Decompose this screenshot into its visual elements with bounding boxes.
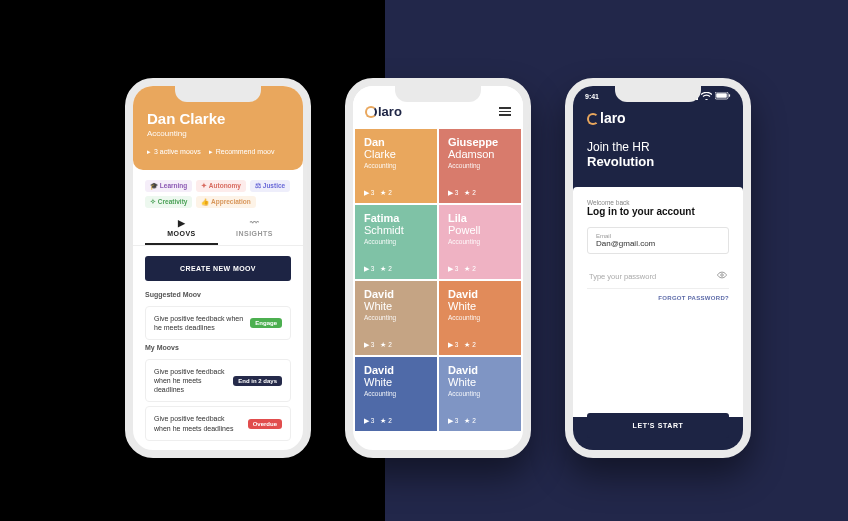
person-card[interactable]: DanClarkeAccounting▶ 3★ 2	[355, 129, 437, 203]
battery-icon	[715, 92, 731, 100]
trait-chip[interactable]: ✧ Creativity	[145, 196, 192, 208]
moov-card[interactable]: Give positive feedback when he meets dea…	[145, 359, 291, 402]
password-field[interactable]: Type your password	[587, 264, 729, 289]
moov-card-text: Give positive feedback when he meets dea…	[154, 414, 242, 432]
person-first: Fatima	[364, 213, 428, 224]
person-card[interactable]: LilaPowellAccounting▶ 3★ 2	[439, 205, 521, 279]
person-first: Lila	[448, 213, 512, 224]
notch	[395, 86, 481, 102]
trait-chip[interactable]: ✦ Autonomy	[196, 180, 246, 192]
person-role: Accounting	[448, 390, 512, 397]
person-first: Dan	[364, 137, 428, 148]
person-last: Schmidt	[364, 224, 428, 236]
person-card[interactable]: DavidWhiteAccounting▶ 3★ 2	[355, 357, 437, 431]
moov-card-text: Give positive feedback when he meets dea…	[154, 314, 244, 332]
svg-rect-6	[729, 94, 730, 97]
hero: Join the HR Revolution	[573, 126, 743, 187]
eye-icon[interactable]	[717, 270, 727, 282]
lets-start-button[interactable]: LET'S START	[587, 413, 729, 438]
welcome-label: Welcome back	[587, 199, 729, 206]
trait-chip[interactable]: ⚖ Justice	[250, 180, 290, 192]
person-stats: ▶ 3★ 2	[364, 265, 392, 273]
person-stats: ▶ 3★ 2	[448, 417, 476, 425]
section-suggested-label: Suggested Moov	[133, 291, 303, 302]
person-first: David	[364, 365, 428, 376]
person-stats: ▶ 3★ 2	[364, 417, 392, 425]
person-card[interactable]: DavidWhiteAccounting▶ 3★ 2	[439, 357, 521, 431]
person-last: Clarke	[364, 148, 428, 160]
person-card[interactable]: DavidWhiteAccounting▶ 3★ 2	[439, 281, 521, 355]
panel-title: Log in to your account	[587, 206, 729, 217]
wifi-icon	[701, 92, 712, 100]
phone-people-grid: laro DanClarkeAccounting▶ 3★ 2GiuseppeAd…	[345, 78, 531, 458]
logo: laro	[573, 100, 743, 126]
tabs: ▶MOOVS 〰INSIGHTS	[133, 214, 303, 246]
person-first: David	[448, 365, 512, 376]
person-first: Giuseppe	[448, 137, 512, 148]
menu-icon[interactable]	[499, 105, 511, 118]
profile-department: Accounting	[147, 129, 289, 138]
person-last: White	[448, 300, 512, 312]
person-card[interactable]: DavidWhiteAccounting▶ 3★ 2	[355, 281, 437, 355]
person-card[interactable]: FatimaSchmidtAccounting▶ 3★ 2	[355, 205, 437, 279]
svg-rect-5	[716, 93, 727, 98]
person-first: David	[364, 289, 428, 300]
trait-chips: 🎓 Learning✦ Autonomy⚖ Justice✧ Creativit…	[133, 170, 303, 214]
person-stats: ▶ 3★ 2	[364, 189, 392, 197]
notch	[175, 86, 261, 102]
section-my-label: My Moovs	[133, 344, 303, 355]
trait-chip[interactable]: 👍 Appreciation	[196, 196, 255, 208]
email-field[interactable]: Email Dan@gmail.com	[587, 227, 729, 254]
person-last: Adamson	[448, 148, 512, 160]
recommend-moov-link[interactable]: Recommend moov	[209, 148, 275, 156]
person-role: Accounting	[364, 162, 428, 169]
person-role: Accounting	[364, 238, 428, 245]
person-last: White	[448, 376, 512, 388]
moov-card[interactable]: Give positive feedback when he meets dea…	[145, 406, 291, 440]
person-first: David	[448, 289, 512, 300]
trait-chip[interactable]: 🎓 Learning	[145, 180, 192, 192]
active-moovs-metric[interactable]: 3 active moovs	[147, 148, 201, 156]
logo: laro	[365, 104, 402, 119]
forgot-password-link[interactable]: FORGOT PASSWORD?	[587, 295, 729, 301]
person-stats: ▶ 3★ 2	[448, 265, 476, 273]
person-stats: ▶ 3★ 2	[448, 341, 476, 349]
person-role: Accounting	[448, 238, 512, 245]
person-last: Powell	[448, 224, 512, 236]
tab-insights[interactable]: 〰INSIGHTS	[218, 218, 291, 245]
person-stats: ▶ 3★ 2	[364, 341, 392, 349]
moov-card-badge: Engage	[250, 318, 282, 328]
tab-moovs[interactable]: ▶MOOVS	[145, 218, 218, 245]
phone-login: 9:41 laro Join the HR Revolution Welcome…	[565, 78, 751, 458]
moov-card-badge: Overdue	[248, 419, 282, 429]
create-new-moov-button[interactable]: CREATE NEW MOOV	[145, 256, 291, 281]
moov-card-badge: End in 2 days	[233, 376, 282, 386]
person-role: Accounting	[448, 162, 512, 169]
profile-name: Dan Clarke	[147, 110, 289, 127]
person-stats: ▶ 3★ 2	[448, 189, 476, 197]
person-role: Accounting	[364, 314, 428, 321]
moov-card-text: Give positive feedback when he meets dea…	[154, 367, 227, 394]
moov-card[interactable]: Give positive feedback when he meets dea…	[145, 306, 291, 340]
login-panel: Welcome back Log in to your account Emai…	[573, 187, 743, 417]
person-last: White	[364, 300, 428, 312]
person-role: Accounting	[364, 390, 428, 397]
notch	[615, 86, 701, 102]
person-last: White	[364, 376, 428, 388]
phone-profile: Dan Clarke Accounting 3 active moovs Rec…	[125, 78, 311, 458]
person-role: Accounting	[448, 314, 512, 321]
status-time: 9:41	[585, 93, 599, 100]
svg-point-7	[721, 274, 724, 277]
people-grid: DanClarkeAccounting▶ 3★ 2GiuseppeAdamson…	[353, 127, 523, 433]
person-card[interactable]: GiuseppeAdamsonAccounting▶ 3★ 2	[439, 129, 521, 203]
